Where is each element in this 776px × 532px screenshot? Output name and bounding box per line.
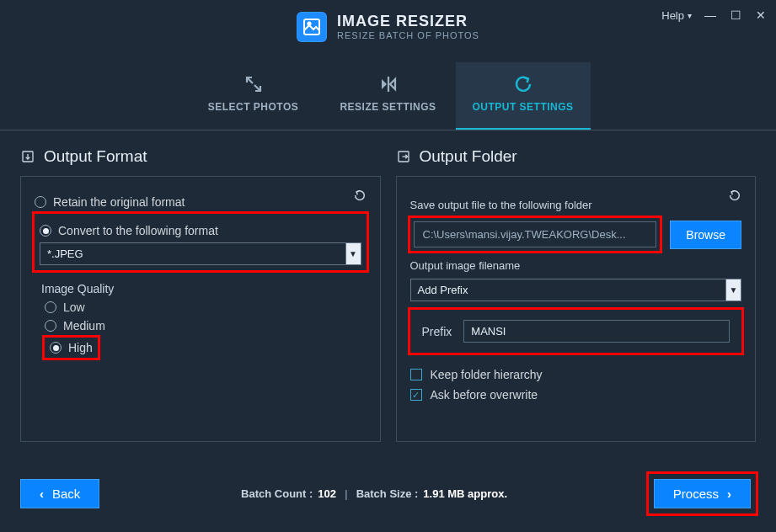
app-title: IMAGE RESIZER: [337, 13, 479, 30]
filename-mode-select[interactable]: Add Prefix ▼: [410, 279, 742, 301]
undo-icon: [728, 189, 741, 202]
mirror-icon: [378, 74, 399, 94]
retain-format-radio[interactable]: Retain the original format: [35, 195, 367, 209]
image-quality-label: Image Quality: [41, 282, 367, 295]
chevron-down-icon: ▼: [346, 242, 361, 265]
reset-folder-button[interactable]: [723, 185, 747, 205]
chevron-right-icon: ›: [727, 487, 731, 501]
tab-resize-settings[interactable]: RESIZE SETTINGS: [321, 62, 456, 130]
ask-overwrite-checkbox[interactable]: ✓ Ask before overwrite: [410, 388, 742, 402]
maximize-button[interactable]: ☐: [729, 8, 742, 22]
tab-strip: SELECT PHOTOS RESIZE SETTINGS OUTPUT SET…: [0, 62, 776, 130]
chevron-left-icon: ‹: [40, 487, 44, 501]
folder-out-icon: [396, 149, 411, 164]
tab-output-settings[interactable]: OUTPUT SETTINGS: [456, 62, 591, 130]
prefix-label: Prefix: [422, 325, 452, 338]
expand-arrows-icon: [244, 74, 264, 94]
quality-medium-radio[interactable]: Medium: [45, 319, 367, 332]
export-icon: [20, 149, 35, 164]
format-select[interactable]: *.JPEG ▼: [40, 242, 361, 265]
brand: IMAGE RESIZER RESIZE BATCH OF PHOTOS: [297, 12, 479, 42]
prefix-input[interactable]: [463, 320, 730, 343]
process-button[interactable]: Process ›: [654, 479, 751, 508]
app-subtitle: RESIZE BATCH OF PHOTOS: [337, 30, 479, 40]
output-format-panel: Output Format Retain the original format…: [20, 147, 381, 442]
keep-hierarchy-checkbox[interactable]: Keep folder hierarchy: [410, 368, 742, 381]
back-button[interactable]: ‹ Back: [20, 479, 99, 508]
quality-low-radio[interactable]: Low: [45, 301, 367, 314]
minimize-button[interactable]: ―: [704, 8, 717, 22]
output-folder-panel: Output Folder Save output file to the fo…: [396, 147, 757, 442]
chevron-down-icon: ▼: [726, 279, 741, 301]
output-format-heading: Output Format: [44, 147, 147, 166]
help-menu[interactable]: Help ▾: [661, 9, 692, 22]
filename-label: Output image filename: [410, 259, 742, 272]
quality-high-radio[interactable]: High: [50, 341, 93, 354]
save-folder-label: Save output file to the following folder: [410, 199, 742, 211]
tab-select-photos[interactable]: SELECT PHOTOS: [186, 62, 321, 130]
titlebar: IMAGE RESIZER RESIZE BATCH OF PHOTOS Hel…: [0, 0, 776, 54]
close-button[interactable]: ✕: [754, 8, 768, 22]
browse-button[interactable]: Browse: [670, 221, 741, 249]
footer-bar: ‹ Back Batch Count : 102 | Batch Size : …: [0, 460, 776, 532]
convert-format-radio[interactable]: Convert to the following format: [40, 224, 361, 237]
batch-info: Batch Count : 102 | Batch Size : 1.91 MB…: [241, 487, 507, 500]
refresh-icon: [513, 74, 533, 94]
chevron-down-icon: ▾: [688, 11, 692, 20]
output-path-input[interactable]: C:\Users\mansi.vijay.TWEAKORG\Desk...: [414, 221, 657, 247]
output-folder-heading: Output Folder: [420, 147, 517, 166]
app-icon: [297, 12, 327, 42]
reset-format-button[interactable]: [348, 185, 372, 205]
undo-icon: [353, 189, 367, 202]
svg-point-1: [308, 22, 310, 24]
